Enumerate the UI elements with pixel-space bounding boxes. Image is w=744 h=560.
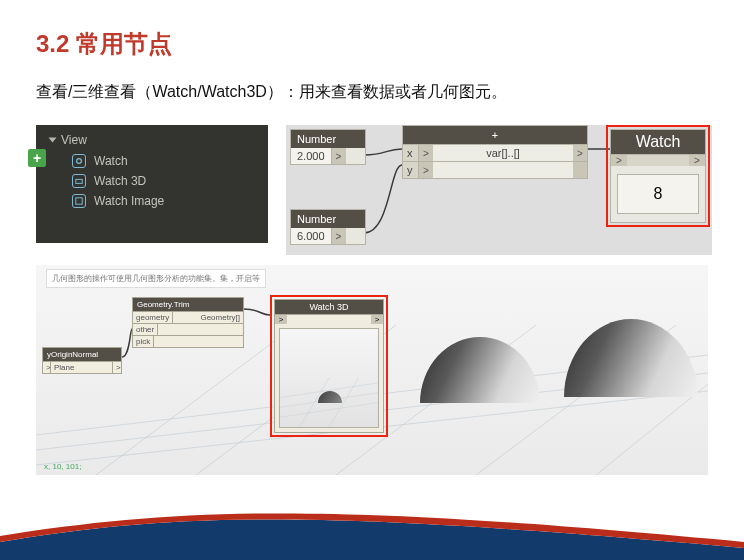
watch3d-icon bbox=[72, 174, 86, 188]
number-node-2[interactable]: Number 6.000> bbox=[290, 209, 366, 245]
watch3d-preview[interactable] bbox=[279, 328, 379, 428]
watch3d-node[interactable]: Watch 3D >> bbox=[274, 299, 384, 433]
library-item-watch[interactable]: Watch bbox=[50, 151, 258, 171]
library-item-watchimage[interactable]: Watch Image bbox=[50, 191, 258, 211]
number-node-1[interactable]: Number 2.000> bbox=[290, 129, 366, 165]
watchimage-icon bbox=[72, 194, 86, 208]
svg-line-13 bbox=[280, 403, 378, 418]
watch-node-highlight: Watch >> 8 bbox=[606, 125, 710, 227]
description-text: 查看/三维查看（Watch/Watch3D）：用来查看数据或者几何图元。 bbox=[36, 82, 712, 103]
section-heading: 3.2 常用节点 bbox=[36, 28, 712, 60]
plus-node[interactable]: + x>var[]..[]> y> bbox=[402, 125, 588, 179]
svg-point-0 bbox=[77, 159, 82, 164]
node-graph-top[interactable]: Number 2.000> Number 6.000> + x>var[]..[… bbox=[286, 125, 712, 255]
add-icon[interactable]: + bbox=[28, 149, 46, 167]
svg-rect-1 bbox=[76, 179, 82, 183]
watch-icon bbox=[72, 154, 86, 168]
library-item-watch3d[interactable]: Watch 3D bbox=[50, 171, 258, 191]
library-panel: + View Watch Watch 3D Watch Image bbox=[36, 125, 268, 243]
node-graph-3d[interactable]: 几何图形的操作可使用几何图形分析的功能集。集，开启等 Geometry.Trim… bbox=[36, 265, 708, 475]
watch-value: 8 bbox=[617, 174, 699, 214]
watch3d-node-highlight: Watch 3D >> bbox=[270, 295, 388, 437]
watch-node[interactable]: Watch >> 8 bbox=[610, 129, 706, 223]
coordinate-readout: x, 10, 101; bbox=[44, 462, 81, 471]
decorative-footer-swoosh bbox=[0, 502, 744, 560]
svg-rect-2 bbox=[76, 198, 82, 204]
library-category[interactable]: View bbox=[50, 133, 258, 147]
